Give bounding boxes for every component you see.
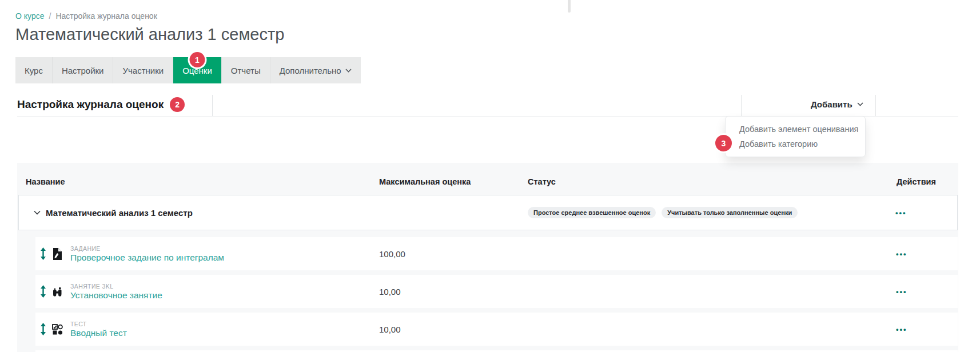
tab-course[interactable]: Курс (15, 57, 53, 83)
add-group-right-divider (875, 95, 876, 116)
item-name-cell: ТЕСТ Вводный тест (35, 321, 379, 338)
chevron-down-icon (857, 102, 863, 106)
item-type-label: ЗАДАНИЕ (70, 245, 224, 252)
gradebook-setup-page: О курсе / Настройка журнала оценок Матем… (0, 0, 980, 352)
add-dropdown-menu: Добавить элемент оценивания Добавить кат… (725, 116, 866, 157)
status-badge-aggregation: Простое среднее взвешенное оценок (528, 207, 656, 218)
item-type-label: ЗАНЯТИЕ 3KL (70, 283, 162, 290)
step-badge-2: 2 (170, 97, 185, 112)
grade-item-row: ЗАНЯТИЕ 3KL Установочное занятие 10,00 •… (35, 275, 958, 308)
top-divider (568, 0, 571, 13)
item-name-cell: ЗАДАНИЕ Проверочное задание по интеграла… (35, 245, 379, 263)
step-badge-3: 3 (715, 135, 732, 151)
item-title-link[interactable]: Вводный тест (70, 328, 127, 338)
item-actions-menu-button[interactable]: ••• (895, 287, 958, 296)
tab-participants[interactable]: Участники (113, 57, 173, 83)
breadcrumb: О курсе / Настройка журнала оценок (15, 11, 157, 21)
item-text-block: ЗАДАНИЕ Проверочное задание по интеграла… (70, 245, 224, 263)
item-actions-menu-button[interactable]: ••• (895, 250, 958, 258)
move-updown-icon[interactable] (39, 322, 47, 336)
tab-grades[interactable]: Оценки 1 (173, 57, 222, 83)
breadcrumb-current: Настройка журнала оценок (55, 11, 157, 21)
move-updown-icon[interactable] (39, 285, 47, 298)
tab-label: Участники (122, 66, 164, 75)
add-button[interactable]: Добавить (811, 99, 863, 109)
item-name-cell: ЗАНЯТИЕ 3KL Установочное занятие (35, 283, 379, 301)
add-button-label: Добавить (811, 99, 852, 109)
menu-item-add-category[interactable]: Добавить категорию (726, 137, 865, 151)
section-heading-text: Настройка журнала оценок (17, 98, 164, 111)
add-group-left-divider (741, 95, 742, 116)
grade-item-row: ТЕСТ Вводный тест 10,00 ••• (35, 313, 958, 346)
category-title: Математический анализ 1 семестр (46, 208, 193, 218)
item-actions-menu-button[interactable]: ••• (895, 325, 958, 334)
assignment-icon (51, 248, 63, 260)
item-type-label: ТЕСТ (70, 321, 127, 327)
grade-item-row: ЗАДАНИЕ Проверочное задание по интеграла… (35, 237, 958, 270)
lesson-3kl-icon (51, 286, 63, 297)
tab-label: Курс (25, 66, 43, 75)
tab-reports[interactable]: Отчеты (222, 57, 270, 83)
collapse-chevron-icon[interactable] (34, 210, 41, 215)
column-header-name: Название (17, 177, 379, 186)
tab-label: Дополнительно (280, 66, 341, 75)
item-text-block: ЗАНЯТИЕ 3KL Установочное занятие (70, 283, 162, 301)
category-name-cell: Математический анализ 1 семестр (19, 208, 379, 218)
column-header-max-grade: Максимальная оценка (379, 177, 528, 186)
status-badge-nonempty: Учитывать только заполненные оценки (662, 207, 798, 218)
category-status-cell: Простое среднее взвешенное оценок Учитыв… (528, 207, 894, 218)
menu-item-add-grade-item[interactable]: Добавить элемент оценивания (726, 122, 865, 137)
tab-more[interactable]: Дополнительно (270, 57, 361, 83)
chevron-down-icon (345, 69, 352, 73)
table-header-row: Название Максимальная оценка Статус Дейс… (17, 163, 958, 186)
move-updown-icon[interactable] (39, 247, 47, 261)
tab-label: Настройки (62, 66, 104, 75)
breadcrumb-separator: / (49, 11, 51, 21)
tab-label: Отчеты (231, 66, 261, 75)
item-title-link[interactable]: Проверочное задание по интегралам (70, 253, 224, 263)
category-row: Математический анализ 1 семестр Простое … (18, 195, 958, 230)
item-max-grade: 10,00 (379, 325, 528, 334)
item-text-block: ТЕСТ Вводный тест (70, 321, 127, 338)
step-badge-1: 1 (189, 52, 205, 67)
item-max-grade: 100,00 (379, 249, 528, 259)
course-tabs: Курс Настройки Участники Оценки 1 Отчеты… (15, 57, 361, 83)
breadcrumb-course-link[interactable]: О курсе (15, 11, 44, 21)
item-title-link[interactable]: Установочное занятие (70, 290, 162, 301)
category-actions-menu-button[interactable]: ••• (894, 209, 957, 217)
column-header-actions: Действия (895, 177, 958, 186)
tab-settings[interactable]: Настройки (53, 57, 114, 83)
column-header-status: Статус (528, 177, 895, 186)
page-title: Математический анализ 1 семестр (15, 25, 284, 44)
gradebook-table: Название Максимальная оценка Статус Дейс… (17, 163, 958, 352)
quiz-icon (51, 324, 63, 335)
item-max-grade: 10,00 (379, 287, 528, 297)
heading-divider (212, 95, 213, 116)
section-heading: Настройка журнала оценок 2 (17, 97, 185, 112)
